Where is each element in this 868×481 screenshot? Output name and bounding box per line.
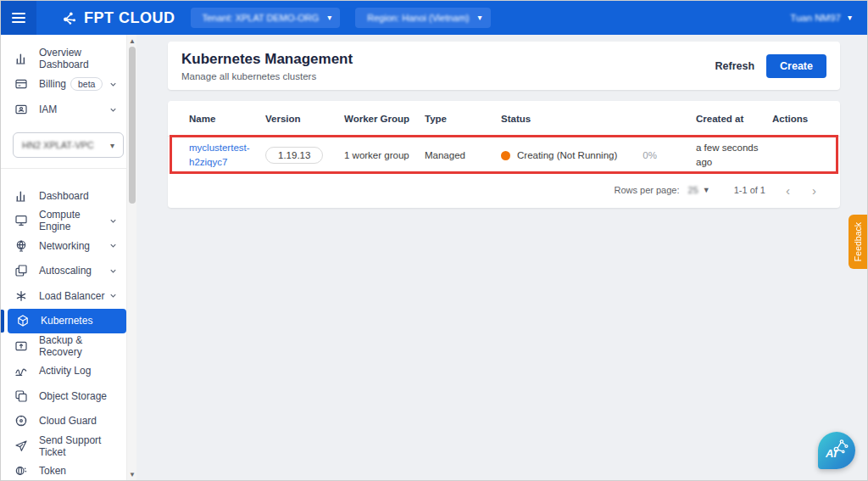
column-header-worker-group: Worker Group [344, 114, 425, 124]
status-dot-icon [501, 151, 510, 160]
sidebar-main-menu: Dashboard Compute Engine Networking [1, 172, 136, 481]
chevron-down-icon [108, 105, 118, 115]
sidebar-item-kubernetes[interactable]: Kubernetes [8, 309, 126, 334]
status-cell: Creating (Not Running) 0% [501, 150, 696, 160]
backup-icon [14, 338, 28, 353]
clusters-table-card: Name Version Worker Group Type Status Cr… [168, 101, 840, 208]
globe-icon [14, 238, 28, 253]
caret-down-icon: ▼ [703, 186, 710, 194]
sidebar-divider [1, 168, 136, 169]
sidebar-item-label: Activity Log [39, 365, 91, 377]
sidebar-item-autoscaling[interactable]: Autoscaling [1, 259, 126, 284]
billing-icon [14, 77, 28, 92]
sidebar-item-iam[interactable]: IAM [1, 97, 126, 122]
status-percent: 0% [643, 150, 657, 160]
caret-down-icon: ▾ [327, 14, 331, 22]
activity-icon [14, 364, 28, 378]
previous-page-button[interactable]: ‹ [786, 184, 790, 197]
sidebar-item-cloud-guard[interactable]: Cloud Guard [1, 409, 126, 434]
table-header-row: Name Version Worker Group Type Status Cr… [168, 101, 840, 137]
feedback-label: Feedback [853, 222, 863, 261]
worker-group-cell: 1 worker group [344, 150, 425, 160]
ai-label: AI [826, 447, 837, 460]
vpc-selector-value: HN2 XPLAT-VPC [22, 140, 94, 150]
sidebar-item-label: Overview Dashboard [39, 47, 126, 70]
sidebar-item-label: Backup & Recovery [39, 334, 126, 358]
sidebar-item-label: Dashboard [39, 190, 89, 202]
load-balancer-icon [14, 288, 28, 303]
column-header-created-at: Created at [696, 114, 772, 124]
sidebar-item-label: Send Support Ticket [39, 434, 126, 458]
rows-per-page-label: Rows per page: [614, 185, 679, 195]
sidebar-item-label: Token [39, 465, 66, 477]
sidebar-scrollbar[interactable]: ▲ ▼ [126, 35, 136, 481]
shield-icon [14, 414, 28, 428]
sidebar-item-label: Kubernetes [41, 315, 92, 327]
bar-chart-icon [14, 188, 28, 203]
sidebar-item-load-balancer[interactable]: Load Balancer [1, 283, 126, 309]
scroll-down-icon[interactable]: ▼ [127, 470, 137, 480]
pagination-bar: Rows per page: 25 ▼ 1-1 of 1 ‹ › [168, 174, 840, 206]
beta-badge: beta [70, 77, 103, 91]
feedback-tab[interactable]: Feedback [849, 215, 867, 269]
sidebar-item-dashboard[interactable]: Dashboard [1, 183, 126, 209]
sidebar-item-label: Cloud Guard [39, 415, 97, 427]
sidebar-item-send-support-ticket[interactable]: Send Support Ticket [1, 433, 126, 459]
tenant-label: Tenant: XPLAT DEMO-ORG [203, 13, 320, 23]
monitor-icon [14, 214, 28, 228]
chevron-down-icon [108, 80, 118, 89]
pagination-range: 1-1 of 1 [734, 185, 765, 195]
region-label: Region: Hanoi (Vietnam) [367, 13, 469, 23]
column-header-version: Version [265, 114, 344, 124]
molecule-logo-icon [60, 8, 79, 27]
sidebar-item-compute-engine[interactable]: Compute Engine [1, 209, 126, 234]
layers-icon [14, 264, 28, 278]
page-subtitle: Manage all kubernetes clusters [181, 71, 353, 81]
create-button[interactable]: Create [766, 54, 826, 78]
brand-logo: FPT CLOUD [60, 8, 175, 27]
refresh-button[interactable]: Refresh [715, 60, 755, 72]
chevron-down-icon [108, 266, 118, 276]
kubernetes-icon [15, 314, 30, 328]
sidebar-item-label: Billing [39, 78, 66, 90]
sidebar-item-activity-log[interactable]: Activity Log [1, 359, 126, 384]
column-header-status: Status [501, 114, 696, 124]
created-at-cell: a few seconds ago [696, 141, 772, 171]
page-title: Kubernetes Management [181, 50, 353, 69]
tenant-selector[interactable]: Tenant: XPLAT DEMO-ORG ▾ [191, 8, 341, 28]
ai-assistant-button[interactable]: AI [818, 432, 855, 469]
table-row[interactable]: myclustertest- h2ziqyc7 1.19.13 1 worker… [168, 137, 840, 174]
region-selector[interactable]: Region: Hanoi (Vietnam) ▾ [355, 8, 490, 28]
caret-down-icon: ▾ [110, 141, 114, 150]
rows-per-page-select[interactable]: 25 ▼ [688, 185, 710, 195]
sidebar-item-object-storage[interactable]: Object Storage [1, 383, 126, 409]
cluster-name-link[interactable]: myclustertest- h2ziqyc7 [189, 141, 265, 169]
sidebar-top-menu: Overview Dashboard Billing beta IAM [1, 35, 136, 122]
next-page-button[interactable]: › [812, 184, 816, 197]
bar-chart-icon [14, 52, 28, 66]
user-name: Tuan NM97 [790, 13, 841, 23]
sidebar-item-networking[interactable]: Networking [1, 233, 126, 259]
scrollbar-thumb[interactable] [129, 47, 136, 204]
active-indicator [1, 310, 4, 333]
sidebar-item-label: Autoscaling [39, 265, 92, 277]
top-bar: FPT CLOUD Tenant: XPLAT DEMO-ORG ▾ Regio… [1, 1, 868, 35]
sidebar-item-overview-dashboard[interactable]: Overview Dashboard [1, 46, 126, 71]
vpc-selector[interactable]: HN2 XPLAT-VPC ▾ [13, 132, 124, 158]
storage-icon [14, 389, 28, 403]
sidebar: Overview Dashboard Billing beta IAM HN2 … [1, 35, 136, 481]
sidebar-item-label: Load Balancer [39, 290, 104, 302]
type-cell: Managed [425, 150, 501, 160]
sidebar-item-backup-recovery[interactable]: Backup & Recovery [1, 333, 126, 359]
sidebar-item-label: Compute Engine [39, 209, 108, 232]
page-header-card: Kubernetes Management Manage all kuberne… [168, 42, 840, 90]
hamburger-menu-button[interactable] [1, 1, 36, 35]
user-menu[interactable]: Tuan NM97 ▾ [790, 13, 852, 23]
chevron-down-icon [108, 241, 118, 250]
caret-down-icon: ▾ [848, 14, 852, 22]
hamburger-icon [12, 13, 25, 23]
sidebar-item-token[interactable]: Token [1, 459, 126, 481]
scroll-up-icon[interactable]: ▲ [127, 36, 137, 47]
column-header-actions: Actions [772, 114, 840, 124]
sidebar-item-billing[interactable]: Billing beta [1, 71, 126, 97]
